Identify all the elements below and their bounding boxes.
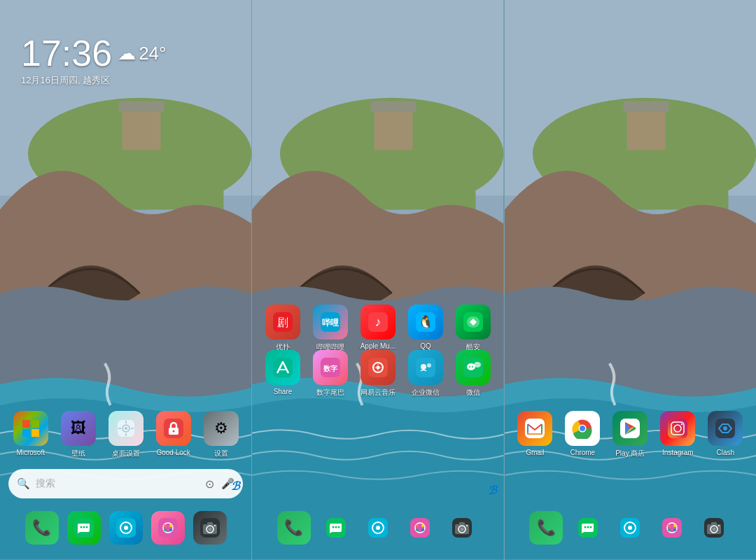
svg-point-97 <box>681 424 682 425</box>
dock-messages-m[interactable] <box>319 511 353 545</box>
app-wecom[interactable]: 企业微信 <box>405 350 446 398</box>
main-container: 17:36 ☁ 24° 12月16日周四, 越秀区 <box>0 0 756 560</box>
dock-phone-r[interactable]: 📞 <box>529 511 563 545</box>
desktop-icon <box>108 411 144 446</box>
svg-point-80 <box>460 528 463 531</box>
app-kuanan[interactable]: 酷安 <box>453 304 493 352</box>
svg-point-34 <box>214 525 216 526</box>
app-digitalyibar[interactable]: 数字 数字尾巴 <box>310 350 351 398</box>
app-clash[interactable]: Clash <box>705 411 746 458</box>
microsoft-icon <box>13 411 48 446</box>
svg-point-73 <box>416 524 419 527</box>
svg-point-106 <box>628 526 632 530</box>
digitalyibar-icon: 数字 <box>313 350 348 385</box>
svg-rect-117 <box>711 522 717 525</box>
svg-rect-23 <box>158 518 178 538</box>
svg-point-75 <box>416 528 419 531</box>
dock-palette-r[interactable] <box>655 511 689 545</box>
svg-point-67 <box>337 526 340 528</box>
dock-mercury[interactable] <box>109 511 143 545</box>
svg-point-109 <box>668 524 671 527</box>
wecom-icon <box>408 350 443 385</box>
apps-row-middle-2: Share 数字 数字尾巴 <box>252 350 503 398</box>
app-playstore[interactable]: Play 商店 <box>610 411 650 458</box>
svg-rect-5 <box>119 102 164 112</box>
clock-time: 17:36 ☁ 24° <box>21 35 166 71</box>
search-icon: 🔍 <box>17 477 30 490</box>
svg-point-18 <box>83 526 85 528</box>
svg-rect-8 <box>22 429 30 437</box>
bilibili-icon: 哔哩 <box>313 304 348 340</box>
applemusic-icon: ♪ <box>360 304 396 340</box>
app-bilibili[interactable]: 哔哩 哔哩哔哩 <box>310 304 351 352</box>
svg-rect-107 <box>662 518 682 538</box>
goodlock-icon <box>156 411 191 446</box>
svg-point-103 <box>590 526 592 528</box>
app-qq[interactable]: 🐧 QQ <box>405 304 446 352</box>
svg-point-17 <box>80 526 82 528</box>
svg-rect-40 <box>371 102 416 112</box>
clock-widget: 17:36 ☁ 24° 12月16日周四, 越秀区 <box>21 35 166 87</box>
dock-phone[interactable]: 📞 <box>25 511 59 545</box>
svg-point-61 <box>474 362 481 368</box>
bing-logo-left: ℬ <box>231 479 240 493</box>
app-youku[interactable]: 剧 优扑 <box>262 304 303 352</box>
app-wallpaper[interactable]: 🖼 壁纸 <box>58 411 99 458</box>
dock-phone-m[interactable]: 📞 <box>277 511 311 545</box>
app-neteasemusic[interactable]: 网易云音乐 <box>358 350 398 398</box>
qq-icon: 🐧 <box>408 304 443 340</box>
search-bar[interactable]: 🔍 搜索 ⊙ 🎤 <box>8 469 243 498</box>
svg-rect-94 <box>668 419 687 438</box>
chrome-icon <box>565 411 600 446</box>
svg-point-27 <box>164 528 167 531</box>
svg-point-111 <box>668 528 671 531</box>
neteasemusic-icon <box>360 350 396 385</box>
dock-mercury-m[interactable] <box>361 511 395 545</box>
app-applemusic[interactable]: ♪ Apple Mu... <box>358 304 398 352</box>
panel-right: Gmail Chrome <box>505 0 756 560</box>
panel-left: 17:36 ☁ 24° 12月16日周四, 越秀区 <box>0 0 252 560</box>
apps-row-right: Gmail Chrome <box>505 411 756 458</box>
svg-point-74 <box>421 524 424 527</box>
dock-camera-r[interactable] <box>697 511 731 545</box>
dock-messages[interactable] <box>67 511 101 545</box>
app-wechat[interactable]: 微信 <box>453 350 493 398</box>
app-gmail[interactable]: Gmail <box>514 411 555 458</box>
svg-text:数字: 数字 <box>323 365 338 372</box>
svg-point-112 <box>673 528 676 531</box>
svg-point-116 <box>713 528 716 531</box>
wechat-icon <box>456 350 491 385</box>
svg-text:♪: ♪ <box>374 315 381 329</box>
svg-point-58 <box>427 363 431 368</box>
kuanan-icon <box>456 304 491 340</box>
dock-messages-r[interactable] <box>571 511 605 545</box>
svg-point-32 <box>208 528 211 531</box>
svg-point-28 <box>169 528 172 531</box>
dock-camera[interactable] <box>193 511 227 545</box>
svg-text:🐧: 🐧 <box>418 314 434 330</box>
app-goodlock[interactable]: Good Lock <box>153 411 194 458</box>
wallpaper-icon: 🖼 <box>61 411 96 446</box>
dock-palette[interactable] <box>151 511 185 545</box>
app-microsoft[interactable]: Microsoft <box>10 411 51 458</box>
svg-point-76 <box>421 528 424 531</box>
app-desktop[interactable]: 桌面设置 <box>106 411 146 458</box>
svg-point-66 <box>335 526 337 528</box>
app-settings[interactable]: ⚙ 设置 <box>201 411 241 458</box>
dock-mercury-r[interactable] <box>613 511 647 545</box>
dock-left: 📞 <box>0 511 251 545</box>
svg-point-26 <box>169 524 172 527</box>
svg-rect-50 <box>273 358 293 377</box>
svg-point-65 <box>332 526 334 528</box>
svg-rect-6 <box>22 420 30 428</box>
svg-rect-81 <box>459 522 465 525</box>
dock-palette-m[interactable] <box>403 511 437 545</box>
scan-icon[interactable]: ⊙ <box>205 477 214 491</box>
svg-point-110 <box>673 524 676 527</box>
svg-point-57 <box>421 364 426 370</box>
dock-camera-m[interactable] <box>445 511 479 545</box>
gmail-icon <box>517 411 552 446</box>
app-chrome[interactable]: Chrome <box>562 411 603 458</box>
app-share[interactable]: Share <box>262 350 303 398</box>
app-instagram[interactable]: Instagram <box>657 411 698 458</box>
